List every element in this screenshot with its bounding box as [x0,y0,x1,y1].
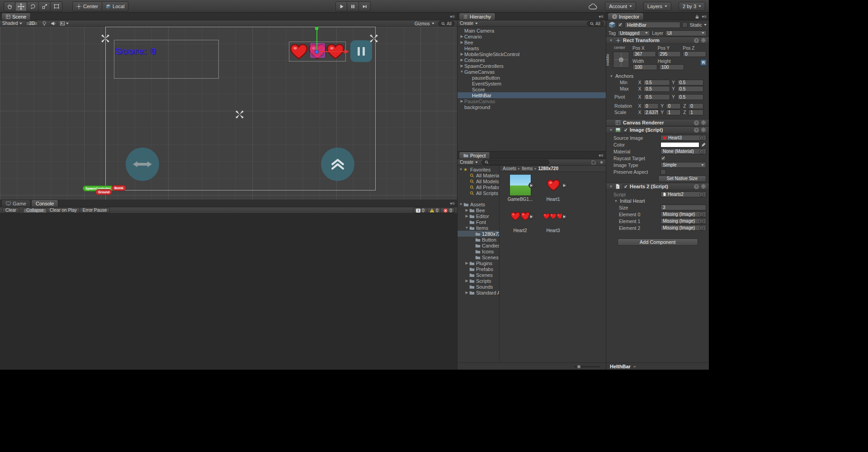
gizmo-x-axis[interactable] [319,51,344,52]
source-image-field[interactable]: Heart3 [660,135,706,141]
hierarchy-item-GameCanvas[interactable]: ▼GameCanvas [458,69,606,75]
project-tree-item-Font[interactable]: Font [458,219,499,225]
panel-menu-icon[interactable]: ▾≡ [599,153,604,158]
project-tree-item-Scripts[interactable]: ▶Scripts [458,278,499,284]
help-icon[interactable]: ? [694,184,699,189]
project-tree-item-Standard A...[interactable]: ▶Standard A... [458,290,499,295]
scene-viewport[interactable]: Score: 0 [0,27,457,200]
hierarchy-item-background[interactable]: background [458,104,606,110]
project-tree-item-Assets[interactable]: ▼Assets [458,201,499,207]
project-tree-item-Candies-...[interactable]: Candies-... [458,243,499,248]
hand-tool-button[interactable] [4,1,15,11]
cloud-icon[interactable] [589,3,598,10]
min-x-field[interactable]: 0.5 [643,80,670,86]
foldout-arrow[interactable]: ▶ [464,214,469,218]
project-tree-item-All Prefabs[interactable]: All Prefabs [458,184,499,190]
gear-icon[interactable] [701,127,707,133]
step-button[interactable] [359,1,371,11]
project-tree-item-Sounds[interactable]: Sounds [458,284,499,290]
warning-count-toggle[interactable]: 0 [427,208,441,213]
project-tree-item-Button[interactable]: Button [458,237,499,243]
foldout-arrow[interactable]: ▼ [609,128,613,132]
eyedropper-icon[interactable] [701,142,706,147]
panel-menu-icon[interactable]: ▾≡ [599,14,604,19]
asset-Heart3[interactable]: Heart3 [537,205,570,233]
account-dropdown[interactable]: Account [605,2,636,11]
anchor-preset-widget[interactable] [613,52,629,68]
project-search-field[interactable] [481,160,549,165]
project-tree-item-Prefabs[interactable]: Prefabs [458,266,499,272]
object-picker-icon[interactable] [699,219,704,224]
rotation-y-field[interactable]: 0 [666,103,681,109]
asset-GameBG1...[interactable]: GameBG1... [504,174,537,202]
max-y-field[interactable]: 0.5 [677,86,704,92]
foldout-arrow[interactable]: ▼ [464,226,469,230]
hierarchy-item-PauseCanvas[interactable]: ▶PauseCanvas [458,98,606,104]
label-filter-icon[interactable] [591,160,596,165]
foldout-arrow[interactable]: ▶ [464,290,469,295]
move-tool-button[interactable] [15,1,27,11]
thumbnail-zoom-slider[interactable] [574,366,600,367]
clear-on-play-toggle[interactable]: Clear on Play [47,208,80,213]
tab-game[interactable]: Game [1,200,31,207]
gizmo-x-arrowhead[interactable] [344,49,349,54]
material-field[interactable]: None (Material) [660,148,706,154]
anchor-gizmo-icon[interactable] [99,32,112,45]
layout-dropdown[interactable]: 2 by 3 [679,2,705,11]
project-tree-item-Editor[interactable]: ▶Editor [458,213,499,219]
static-dropdown-arrow[interactable] [704,24,707,26]
project-tree-item-Scenes[interactable]: Scenes [458,254,499,260]
rotation-x-field[interactable]: 0 [643,103,659,109]
gizmos-dropdown[interactable]: Gizmos [415,21,434,26]
element-0-field[interactable]: Missing (Image) [660,211,706,217]
scale-z-field[interactable]: 1 [688,109,703,115]
help-icon[interactable]: ? [694,120,699,125]
foldout-arrow[interactable]: ▶ [459,58,464,62]
collapse-toggle[interactable]: Collapse [23,208,47,213]
space-toggle-button[interactable]: Local [102,1,128,11]
breadcrumb-leaf[interactable]: 1280x720 [538,166,559,171]
gear-icon[interactable] [701,38,707,43]
asset-thumbnail[interactable] [542,174,564,196]
anchors-foldout[interactable]: ▼ Anchors [606,73,706,79]
anchor-gizmo-icon[interactable] [233,108,246,121]
add-component-button[interactable]: Add Component [618,238,698,246]
hierarchy-item-Colisores[interactable]: ▶Colisores [458,57,606,63]
asset-expand-badge[interactable] [528,214,534,219]
asset-expand-badge[interactable] [561,214,567,219]
play-button[interactable] [335,1,347,11]
lighting-toggle-icon[interactable] [42,21,47,26]
project-tree-item-Items[interactable]: ▼Items [458,225,499,231]
tab-inspector[interactable]: i Inspector [608,13,644,20]
shaded-dropdown[interactable]: Shaded [2,21,22,26]
hierarchy-create-dropdown[interactable]: Create [460,21,478,26]
project-create-dropdown[interactable]: Create [460,160,478,165]
lock-icon[interactable] [695,14,699,19]
pivot-toggle-button[interactable]: Center [72,1,102,11]
console-log-area[interactable] [0,214,457,370]
gear-icon[interactable] [701,120,707,126]
component-enabled-checkbox[interactable] [623,184,628,189]
image-type-dropdown[interactable]: Simple [660,162,706,168]
hierarchy-item-Bee[interactable]: ▶Bee [458,39,606,45]
bomb-label[interactable]: Bomb [112,185,126,191]
scale-tool-button[interactable] [39,1,51,11]
height-field[interactable]: 100 [659,64,684,70]
layers-dropdown[interactable]: Layers [643,2,671,11]
gameobject-name-field[interactable]: HelthBar [625,22,680,28]
asset-Heart2[interactable]: Heart2 [504,205,537,233]
pivot-x-field[interactable]: 0.5 [643,94,670,100]
foldout-arrow[interactable]: ▼ [609,74,614,78]
hierarchy-item-Score[interactable]: Score [458,86,606,92]
project-tree-item-All Models[interactable]: All Models [458,178,499,184]
clear-button[interactable]: Clear [2,208,19,213]
asset-thumbnail[interactable] [509,205,531,227]
set-native-size-button[interactable]: Set Native Size [658,176,706,182]
pos-z-field[interactable]: 0 [683,51,706,57]
object-picker-icon[interactable] [699,226,704,230]
pos-x-field[interactable]: 367 [632,51,656,57]
pos-y-field[interactable]: 295 [658,51,681,57]
rotation-z-field[interactable]: 0 [688,103,703,109]
object-picker-icon[interactable] [699,149,704,154]
rect-tool-button[interactable] [51,1,62,11]
